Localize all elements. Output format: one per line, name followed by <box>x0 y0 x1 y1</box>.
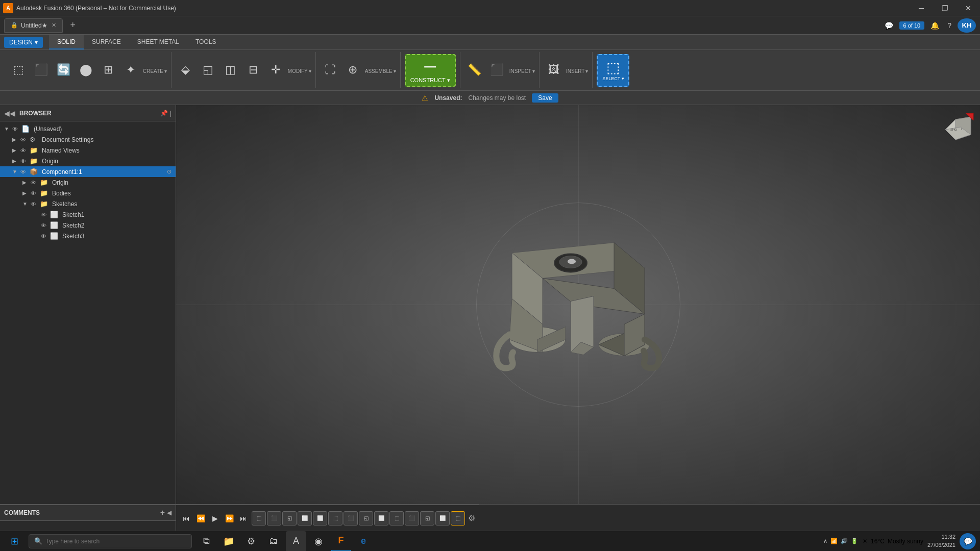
tab-close-button[interactable]: ✕ <box>52 22 56 29</box>
task-view-button[interactable]: ⧉ <box>196 531 216 552</box>
shell-button[interactable]: ⊟ <box>243 59 263 82</box>
comments-add-button[interactable]: + <box>160 508 165 517</box>
timeline-controls: ⏮ ⏪ ▶ ⏩ ⏭ <box>180 512 250 524</box>
tree-item-root[interactable]: ▼ 👁 📄 (Unsaved) <box>0 123 176 134</box>
document-tab[interactable]: 🔒 Untitled★ ✕ <box>4 18 63 33</box>
lessons-badge[interactable]: 6 of 10 <box>899 21 925 30</box>
interference-button[interactable]: ⬛ <box>487 59 507 82</box>
create-label[interactable]: CREATE ▾ <box>143 68 167 74</box>
start-button[interactable]: ⊞ <box>4 531 24 552</box>
timeline-end-button[interactable]: ⏭ <box>237 512 250 524</box>
timeline-track[interactable]: ⬚ ⬛ ◱ ⬜ ⬜ ⬚ ⬛ ◱ ⬜ ⬚ ⬛ ◱ ⬜ ⬚ <box>252 510 466 527</box>
timeline-marker[interactable]: ⬚ <box>389 511 404 525</box>
align-button[interactable]: ⊞ <box>98 59 118 82</box>
sphere-button[interactable]: ⬤ <box>76 59 96 82</box>
timeline-next-button[interactable]: ⏩ <box>223 512 235 524</box>
settings-button[interactable]: ⚙ <box>241 531 261 552</box>
tab-solid[interactable]: SOLID <box>49 35 84 49</box>
measure-button[interactable]: 📏 <box>464 59 485 82</box>
expand-arrow: ▼ <box>12 169 20 174</box>
tree-item-sketches[interactable]: ▼ 👁 📁 Sketches <box>0 198 176 209</box>
tree-item-doc-settings[interactable]: ▶ 👁 ⚙ Document Settings <box>0 134 176 145</box>
timeline-marker[interactable]: ◱ <box>420 511 434 525</box>
tree-item-component1[interactable]: ▼ 👁 📦 Component1:1 ⊙ <box>0 166 176 177</box>
viewport[interactable]: SHO I ⊕ ↻ ✋ 🔍 ⬜ ▦ ▤ <box>176 105 980 504</box>
browser-pin-button[interactable]: 📌 <box>160 110 168 117</box>
new-tab-button[interactable]: + <box>66 18 80 33</box>
timeline-marker[interactable]: ◱ <box>359 511 373 525</box>
search-input[interactable] <box>45 538 186 545</box>
construct-button[interactable]: ─ CONSTRUCT ▾ <box>405 54 456 87</box>
timeline-prev-button[interactable]: ⏪ <box>194 512 207 524</box>
expand-tray-button[interactable]: ∧ <box>823 538 827 544</box>
sculpt-button[interactable]: ✦ <box>120 59 141 82</box>
tree-item-sketch2[interactable]: 👁 ⬜ Sketch2 <box>0 220 176 231</box>
tree-item-origin-nested[interactable]: ▶ 👁 📁 Origin <box>0 177 176 188</box>
autodesk-taskbar-button[interactable]: A <box>286 531 306 552</box>
chrome-button[interactable]: ◉ <box>308 531 329 552</box>
timeline-marker[interactable]: ⬚ <box>328 511 342 525</box>
timeline-marker[interactable]: ⬜ <box>313 511 327 525</box>
ribbon-tab-bar: DESIGN ▾ SOLID SURFACE SHEET METAL TOOLS <box>0 35 980 50</box>
ground-button[interactable]: ⊕ <box>342 59 363 82</box>
timeline-marker[interactable]: ⬜ <box>374 511 388 525</box>
comments-expand-button[interactable]: ◀ <box>167 509 172 516</box>
tree-item-sketch1[interactable]: 👁 ⬜ Sketch1 <box>0 209 176 220</box>
minimize-button[interactable]: ─ <box>910 0 933 16</box>
insert-label[interactable]: INSERT ▾ <box>566 68 589 74</box>
new-component-button[interactable]: ⬚ <box>8 59 29 82</box>
extrude-button[interactable]: ⬛ <box>31 59 51 82</box>
teams-chat-button[interactable]: 💬 <box>960 533 976 549</box>
insert-derive-button[interactable]: 🖼 <box>544 59 564 82</box>
timeline-marker[interactable]: ⬚ <box>252 511 266 525</box>
window-controls: ─ ❐ ✕ <box>910 0 980 16</box>
inspect-label[interactable]: INSPECT ▾ <box>509 68 535 74</box>
tree-item-origin[interactable]: ▶ 👁 📁 Origin <box>0 156 176 166</box>
help-button[interactable]: ? <box>945 19 953 32</box>
push-pull-button[interactable]: ⬙ <box>176 59 196 82</box>
notifications-button[interactable]: 🔔 <box>928 19 941 32</box>
search-bar[interactable]: 🔍 <box>29 534 192 548</box>
sketch-icon: ⬜ <box>50 211 60 218</box>
select-button[interactable]: ⬚ SELECT ▾ <box>597 54 629 87</box>
fillet-button[interactable]: ◱ <box>198 59 218 82</box>
file-explorer-button[interactable]: 📁 <box>218 531 239 552</box>
save-button[interactable]: Save <box>532 93 558 103</box>
close-button[interactable]: ✕ <box>957 0 980 16</box>
move-button[interactable]: ✛ <box>265 59 286 82</box>
assemble-label[interactable]: ASSEMBLE ▾ <box>365 68 396 74</box>
timeline-marker[interactable]: ◱ <box>282 511 297 525</box>
tab-tools[interactable]: TOOLS <box>187 35 224 49</box>
view-cube[interactable]: SHO I <box>935 109 976 150</box>
active-component-icon: ⊙ <box>167 168 172 175</box>
timeline-marker[interactable]: ⬜ <box>298 511 312 525</box>
tree-item-named-views[interactable]: ▶ 👁 📁 Named Views <box>0 145 176 156</box>
browser-header: ◀◀ BROWSER 📌 | <box>0 105 176 121</box>
timeline-marker[interactable]: ⬛ <box>405 511 419 525</box>
tab-surface[interactable]: SURFACE <box>84 35 129 49</box>
user-avatar[interactable]: KH <box>958 18 976 33</box>
tab-sheet-metal[interactable]: SHEET METAL <box>129 35 187 49</box>
timeline-settings-button[interactable]: ⚙ <box>468 513 475 523</box>
browser-expand-button[interactable]: | <box>170 110 172 117</box>
fusion360-taskbar-button[interactable]: F <box>331 531 351 552</box>
timeline-marker[interactable]: ⬛ <box>267 511 281 525</box>
tree-item-bodies[interactable]: ▶ 👁 📁 Bodies <box>0 188 176 198</box>
chamfer-button[interactable]: ◫ <box>220 59 241 82</box>
timeline-play-button[interactable]: ▶ <box>209 512 221 524</box>
browser-collapse-button[interactable]: ◀◀ <box>4 109 15 117</box>
folders-button[interactable]: 🗂 <box>263 531 284 552</box>
timeline-marker[interactable]: ⬛ <box>344 511 358 525</box>
timeline-marker[interactable]: ⬜ <box>435 511 450 525</box>
joint-button[interactable]: ⛶ <box>320 59 340 82</box>
timeline-marker[interactable]: ⬚ <box>451 511 465 525</box>
revolve-button[interactable]: 🔄 <box>53 59 74 82</box>
tree-item-sketch3[interactable]: 👁 ⬜ Sketch3 <box>0 231 176 241</box>
modify-label[interactable]: MODIFY ▾ <box>288 68 311 74</box>
chat-button[interactable]: 💬 <box>883 19 895 32</box>
edge-button[interactable]: e <box>353 531 374 552</box>
new-component-icon: ⬚ <box>13 63 24 77</box>
design-workspace-button[interactable]: DESIGN ▾ <box>4 37 43 48</box>
timeline-rewind-button[interactable]: ⏮ <box>180 512 192 524</box>
maximize-button[interactable]: ❐ <box>933 0 957 16</box>
